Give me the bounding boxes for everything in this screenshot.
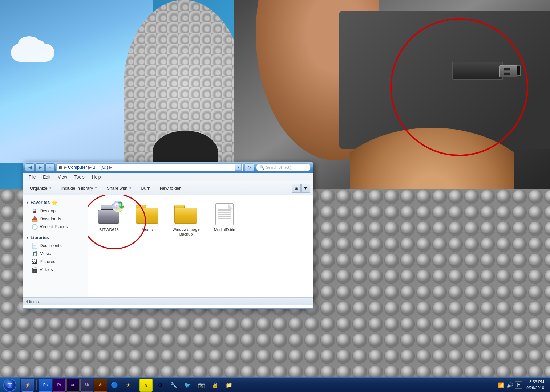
taskbar-app2[interactable]: ★ <box>122 379 135 392</box>
include-in-library-label: Include in library <box>61 186 93 191</box>
sidebar-item-music[interactable]: 🎵 Music <box>23 250 88 258</box>
path-computer[interactable]: Computer <box>68 165 87 170</box>
sidebar-item-desktop[interactable]: 🖥 Desktop <box>23 207 88 215</box>
taskbar-illustrator[interactable]: Ai <box>94 379 107 392</box>
forward-button[interactable]: ▶ <box>35 163 45 171</box>
file-item-windows-image-backup[interactable]: WindowsImageBackup <box>170 200 202 240</box>
libraries-label: Libraries <box>31 235 49 240</box>
desktop-icon: 🖥 <box>32 208 37 214</box>
new-folder-button[interactable]: New folder <box>156 183 185 193</box>
window-content: ▼ Favorites ⭐ 🖥 Desktop 📥 Downloads 🕐 Re… <box>23 195 313 297</box>
sidebar-item-pictures[interactable]: 🖼 Pictures <box>23 258 88 266</box>
windows-orb: ⊞ <box>3 379 16 392</box>
taskbar-app7[interactable]: 🔒 <box>209 379 222 392</box>
clock-time: 3:56 PM <box>526 379 544 385</box>
share-dropdown-arrow: ▼ <box>129 187 132 190</box>
file-line-3 <box>218 214 231 215</box>
view-toggle-buttons: ⊞ ▼ <box>292 184 310 193</box>
sidebar-item-videos[interactable]: 🎬 Videos <box>23 266 88 274</box>
menu-tools[interactable]: Tools <box>72 174 88 180</box>
organize-button[interactable]: Organize ▼ <box>26 183 56 193</box>
file-item-users[interactable]: Users <box>131 200 164 240</box>
taskbar-app6[interactable]: 📷 <box>195 379 208 392</box>
window-statusbar: 4 items <box>23 297 313 305</box>
favorites-header[interactable]: ▼ Favorites ⭐ <box>23 198 88 207</box>
file-line-2 <box>218 212 231 213</box>
path-sep2: ▶ <box>88 165 92 170</box>
menu-edit[interactable]: Edit <box>40 174 53 180</box>
window-menubar: File Edit View Tools Help <box>23 173 313 181</box>
clock-date: 9/29/2010 <box>526 385 544 391</box>
path-drive[interactable]: BIT (G:) <box>93 165 108 170</box>
address-bar[interactable]: 🖥 ▶ Computer ▶ BIT (G:) ▶ ▼ <box>56 163 243 171</box>
include-in-library-button[interactable]: Include in library ▼ <box>57 183 101 193</box>
taskbar: ⊞ ⚡ Ps Pr AE Sb Ai 🔵 ★ N ⚙ 🔧 🐦 📷 🔒 📁 <box>0 377 550 392</box>
share-with-button[interactable]: Share with ▼ <box>103 183 136 193</box>
taskbar-notification-area: 📶 🔊 ⚑ 3:56 PM 9/29/2010 <box>494 379 550 391</box>
taskbar-file-explorer[interactable]: 📁 <box>222 379 235 392</box>
menu-view[interactable]: View <box>55 174 70 180</box>
taskbar-photoshop[interactable]: Ps <box>39 379 52 392</box>
desktop-label: Desktop <box>40 208 56 213</box>
menu-file[interactable]: File <box>26 174 39 180</box>
videos-icon: 🎬 <box>32 267 37 273</box>
file-item-bitwd618[interactable]: ↴ BITWD618 <box>93 200 125 240</box>
bitwd618-icon: ↴ <box>97 203 121 226</box>
window-toolbar: Organize ▼ Include in library ▼ Share wi… <box>23 181 313 195</box>
taskbar-app4[interactable]: 🔧 <box>167 379 180 392</box>
favorites-arrow: ▼ <box>26 201 29 204</box>
back-button[interactable]: ◀ <box>25 163 35 171</box>
tray-network-icon[interactable]: 📶 <box>497 381 505 389</box>
taskbar-app3[interactable]: ⚙ <box>153 379 166 392</box>
taskbar-speedgrade[interactable]: Sb <box>80 379 93 392</box>
taskbar-items: ⚡ Ps Pr AE Sb Ai 🔵 ★ N ⚙ 🔧 🐦 📷 🔒 📁 <box>20 378 494 392</box>
libraries-header[interactable]: ▼ Libraries <box>23 234 88 242</box>
tray-action-center-icon[interactable]: ⚑ <box>515 381 522 389</box>
pictures-icon: 🖼 <box>32 259 37 265</box>
taskbar-sep-2 <box>137 380 137 390</box>
taskbar-sep-1 <box>36 380 37 390</box>
view-dropdown-btn[interactable]: ▼ <box>301 184 310 193</box>
start-button[interactable]: ⊞ <box>0 378 20 392</box>
share-with-label: Share with <box>107 186 128 191</box>
music-icon: 🎵 <box>32 251 37 257</box>
taskbar-steam[interactable]: ⚡ <box>21 379 34 392</box>
sidebar-item-recent-places[interactable]: 🕐 Recent Places <box>23 223 88 231</box>
cloud-decoration <box>11 44 54 62</box>
file-area: ↴ BITWD618 Users <box>88 195 313 297</box>
red-highlight-circle <box>390 18 528 156</box>
library-dropdown-arrow: ▼ <box>94 187 97 190</box>
burn-label: Burn <box>141 186 150 191</box>
path-sep1: ▶ <box>64 165 67 170</box>
downloads-label: Downloads <box>40 216 61 221</box>
sidebar-item-downloads[interactable]: 📥 Downloads <box>23 215 88 223</box>
taskbar-app1[interactable]: 🔵 <box>108 379 121 392</box>
file-doc-shape <box>215 203 234 225</box>
taskbar-norton[interactable]: N <box>139 379 153 392</box>
explorer-window: ◀ ▶ ▲ 🖥 ▶ Computer ▶ BIT (G:) ▶ ▼ ↻ 🔍 Se… <box>23 162 313 309</box>
taskbar-premiere[interactable]: Pr <box>53 379 66 392</box>
taskbar-app5[interactable]: 🐦 <box>181 379 194 392</box>
folder-shape-2 <box>174 205 198 224</box>
windows-logo: ⊞ <box>7 381 13 389</box>
libraries-arrow: ▼ <box>26 236 29 240</box>
burn-button[interactable]: Burn <box>137 183 154 193</box>
refresh-button[interactable]: ↻ <box>244 163 254 171</box>
address-dropdown-btn[interactable]: ▼ <box>235 164 242 171</box>
taskbar-aftereffects[interactable]: AE <box>66 379 80 392</box>
documents-icon: 📄 <box>32 243 37 249</box>
file-item-mediaid[interactable]: MediaID.bin <box>208 200 241 240</box>
file-line-4 <box>218 216 231 217</box>
taskbar-clock[interactable]: 3:56 PM 9/29/2010 <box>523 379 547 391</box>
up-button[interactable]: ▲ <box>45 163 55 171</box>
view-icons-btn[interactable]: ⊞ <box>292 184 301 193</box>
file-line-1 <box>218 209 231 211</box>
menu-help[interactable]: Help <box>89 174 104 180</box>
search-placeholder: Search BIT (G:) <box>266 166 291 170</box>
favorites-label: Favorites <box>31 200 50 205</box>
sidebar-item-documents[interactable]: 📄 Documents <box>23 242 88 250</box>
videos-label: Videos <box>40 267 53 272</box>
downloads-icon: 📥 <box>32 216 37 222</box>
search-box[interactable]: 🔍 Search BIT (G:) <box>256 163 311 171</box>
tray-volume-icon[interactable]: 🔊 <box>506 381 513 389</box>
